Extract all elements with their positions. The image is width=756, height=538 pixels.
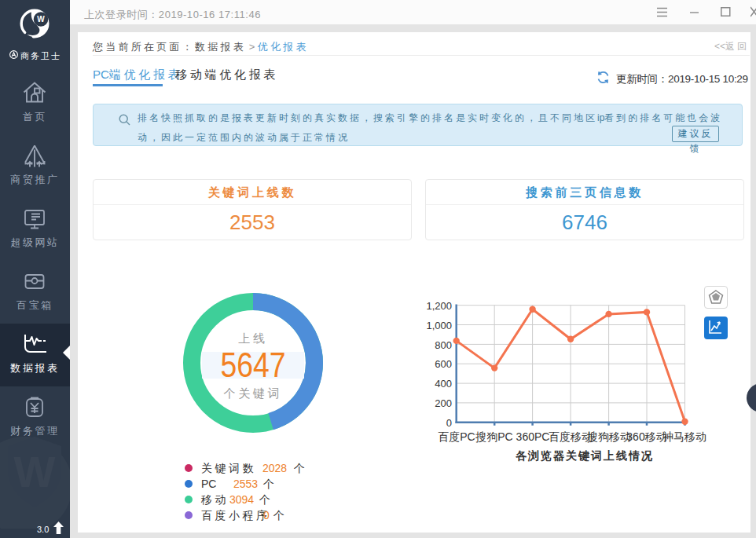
svg-text:W: W — [14, 447, 56, 496]
svg-text:W: W — [37, 15, 45, 24]
